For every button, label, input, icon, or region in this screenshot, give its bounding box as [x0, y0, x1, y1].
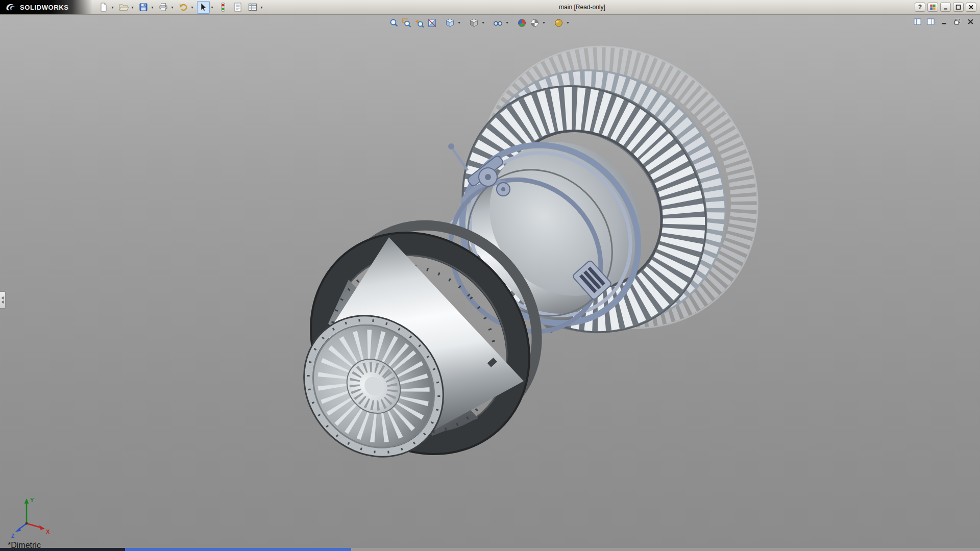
- chevron-down-icon[interactable]: ▾: [481, 20, 486, 25]
- undo-button[interactable]: [177, 1, 190, 14]
- z-axis-label: Z: [11, 533, 14, 539]
- doc-minimize-button[interactable]: [939, 17, 949, 26]
- view-settings-button[interactable]: [553, 17, 565, 29]
- new-document-button[interactable]: [97, 1, 110, 14]
- view-orientation-cube-icon: [445, 18, 455, 28]
- pane-right-icon: [927, 18, 935, 25]
- save-floppy-icon: [138, 2, 149, 12]
- resources-button[interactable]: [927, 3, 938, 12]
- splitter-arrows-icon: [1, 295, 5, 305]
- orientation-triad: Y X Z: [10, 494, 53, 539]
- print-button[interactable]: [157, 1, 170, 14]
- x-axis-arrow: [39, 525, 45, 530]
- tool-group-undo: ▾: [177, 1, 195, 14]
- file-properties-button[interactable]: [232, 1, 244, 14]
- display-pane-left-button[interactable]: [912, 17, 922, 26]
- tool-group-file-properties: [232, 1, 244, 14]
- save-button[interactable]: [137, 1, 150, 14]
- zoom-to-fit-button[interactable]: [388, 17, 400, 29]
- main-toolbar: ▾ ▾: [92, 1, 266, 14]
- select-button[interactable]: [197, 1, 210, 14]
- dassault-logo-icon: [5, 3, 16, 12]
- 3d-viewport[interactable]: ▾ ▾ ▾: [0, 15, 980, 551]
- taskbar-strip[interactable]: [0, 548, 980, 551]
- x-axis-label: X: [46, 529, 50, 535]
- chevron-down-icon[interactable]: ▾: [210, 5, 215, 10]
- help-button[interactable]: ?: [915, 3, 925, 12]
- rebuild-button[interactable]: [217, 1, 230, 14]
- doc-restore-icon: [953, 18, 961, 25]
- section-view-icon: [427, 18, 437, 28]
- chevron-down-icon[interactable]: ▾: [542, 20, 547, 25]
- close-icon: [968, 4, 974, 10]
- doc-close-icon: [967, 18, 974, 25]
- new-document-icon: [99, 2, 109, 12]
- tool-group-new: ▾: [97, 1, 115, 14]
- display-style-button[interactable]: [468, 17, 480, 29]
- taskbar-segment-blue[interactable]: [125, 548, 351, 551]
- resources-icon: [929, 4, 936, 10]
- zoom-to-fit-icon: [388, 18, 399, 28]
- maximize-icon: [955, 4, 962, 10]
- minimize-button[interactable]: [940, 3, 951, 12]
- doc-minimize-icon: [940, 18, 948, 25]
- rebuild-trafficlight-icon: [218, 2, 228, 12]
- y-axis-label: Y: [30, 497, 34, 503]
- file-properties-icon: [233, 2, 243, 12]
- chevron-down-icon[interactable]: ▾: [130, 5, 135, 10]
- tool-group-save: ▾: [137, 1, 155, 14]
- options-button[interactable]: [247, 1, 259, 14]
- options-table-icon: [248, 2, 258, 12]
- printer-icon: [158, 2, 168, 12]
- apply-scene-ball-icon: [529, 18, 540, 28]
- tool-group-rebuild: [217, 1, 230, 14]
- window-controls: ?: [915, 3, 980, 12]
- select-cursor-icon: [198, 2, 208, 12]
- document-window-controls: [912, 17, 975, 26]
- section-view-button[interactable]: [426, 17, 438, 29]
- tool-group-print: ▾: [157, 1, 175, 14]
- chevron-down-icon[interactable]: ▾: [259, 5, 264, 10]
- previous-view-button[interactable]: [413, 17, 425, 29]
- chevron-down-icon[interactable]: ▾: [457, 20, 462, 25]
- chevron-down-icon[interactable]: ▾: [170, 5, 175, 10]
- view-orientation-label: *Dimetric: [8, 541, 41, 550]
- window-title: main [Read-only]: [559, 4, 605, 11]
- doc-restore-button[interactable]: [952, 17, 962, 26]
- edit-appearance-ball-icon: [517, 18, 527, 28]
- open-folder-icon: [118, 2, 129, 12]
- brand-name: SOLIDWORKS: [20, 4, 69, 11]
- undo-arrow-icon: [178, 2, 188, 12]
- view-orientation-button[interactable]: [444, 17, 456, 29]
- zoom-to-area-icon: [401, 18, 411, 28]
- open-button[interactable]: [117, 1, 130, 14]
- chevron-down-icon[interactable]: ▾: [110, 5, 115, 10]
- doc-close-button[interactable]: [965, 17, 975, 26]
- taskbar-segment-gray: [351, 548, 980, 551]
- pane-left-icon: [914, 18, 921, 25]
- chevron-down-icon[interactable]: ▾: [190, 5, 195, 10]
- maximize-button[interactable]: [953, 3, 964, 12]
- display-style-icon: [469, 18, 479, 28]
- tool-group-select: ▾: [197, 1, 215, 14]
- zoom-to-area-button[interactable]: [401, 17, 412, 29]
- close-button[interactable]: [966, 3, 976, 12]
- chevron-down-icon[interactable]: ▾: [150, 5, 155, 10]
- hide-show-glasses-icon: [493, 18, 503, 28]
- chevron-down-icon[interactable]: ▾: [566, 20, 571, 25]
- tool-group-options: ▾: [247, 1, 264, 14]
- previous-view-icon: [414, 18, 424, 28]
- edit-appearance-button[interactable]: [516, 17, 528, 29]
- minimize-icon: [942, 4, 949, 10]
- heads-up-toolbar: ▾ ▾ ▾: [388, 17, 571, 29]
- solidworks-window: SOLIDWORKS ▾ ▾: [0, 0, 980, 551]
- apply-scene-button[interactable]: [529, 17, 541, 29]
- chevron-down-icon[interactable]: ▾: [505, 20, 510, 25]
- hide-show-items-button[interactable]: [492, 17, 504, 29]
- view-settings-sphere-icon: [553, 18, 564, 28]
- engine-3d-model[interactable]: [0, 15, 980, 551]
- y-axis-arrow: [24, 498, 29, 504]
- display-pane-right-button[interactable]: [925, 17, 936, 26]
- panel-splitter-tab[interactable]: [0, 291, 6, 309]
- titlebar: SOLIDWORKS ▾ ▾: [0, 0, 980, 15]
